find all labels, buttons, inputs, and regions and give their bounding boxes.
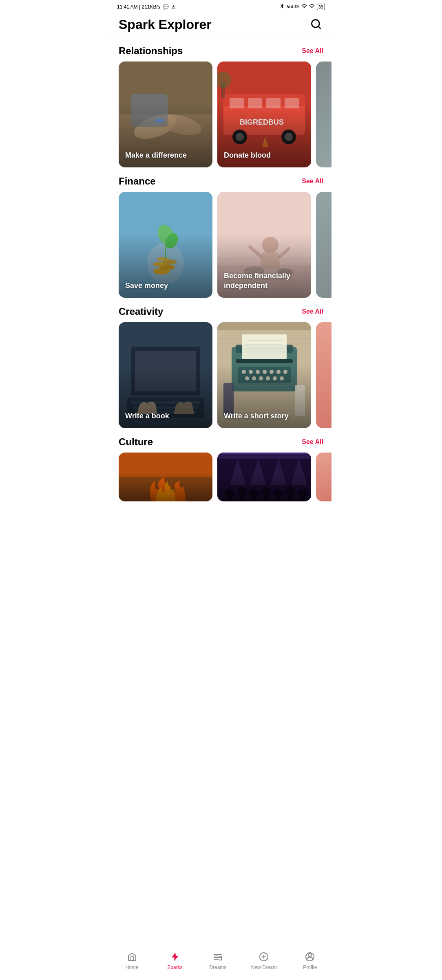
relationships-header: Relationships See All — [110, 45, 332, 57]
header: Spark Explorer — [110, 12, 332, 37]
finance-title: Finance — [119, 176, 156, 187]
finance-partial-card[interactable] — [316, 192, 332, 298]
creativity-section: Creativity See All — [110, 306, 332, 428]
finance-cards-row: Save money — [110, 192, 332, 298]
card-bg — [316, 453, 332, 501]
make-a-difference-label: Make a difference — [125, 151, 206, 160]
card-bg — [316, 62, 332, 167]
creativity-header: Creativity See All — [110, 306, 332, 317]
svg-line-1 — [318, 26, 320, 28]
card-overlay — [217, 453, 311, 501]
culture-header: Culture See All — [110, 436, 332, 448]
finance-header: Finance See All — [110, 176, 332, 187]
save-money-label: Save money — [125, 281, 206, 290]
card-overlay — [119, 453, 212, 501]
search-button[interactable] — [309, 17, 323, 33]
signal-icon — [301, 3, 307, 10]
app-title: Spark Explorer — [119, 17, 212, 32]
status-left: 11:41 AM | 211KB/s 💬 ⚠ — [117, 4, 176, 10]
creativity-title: Creativity — [119, 306, 163, 317]
creativity-see-all[interactable]: See All — [302, 308, 323, 315]
relationships-cards-row: Make a difference — [110, 62, 332, 167]
financially-independent-card[interactable]: Become financially independent — [217, 192, 311, 298]
card-bg — [316, 322, 332, 428]
bluetooth-icon — [279, 3, 285, 10]
lte-icon: VoLTE — [287, 4, 299, 9]
alert-icon: ⚠ — [171, 4, 176, 10]
status-bar: 11:41 AM | 211KB/s 💬 ⚠ VoLTE 39 — [110, 0, 332, 12]
relationships-title: Relationships — [119, 45, 183, 57]
save-money-card[interactable]: Save money — [119, 192, 212, 298]
write-a-short-story-card[interactable]: Write a short story — [217, 322, 311, 428]
write-a-short-story-label: Write a short story — [224, 411, 305, 421]
culture-see-all[interactable]: See All — [302, 438, 323, 446]
culture-partial-card[interactable] — [316, 453, 332, 501]
wifi-icon — [309, 3, 315, 10]
card-bg — [316, 192, 332, 298]
write-a-book-label: Write a book — [125, 411, 206, 421]
culture-card-2[interactable] — [217, 453, 311, 501]
creativity-partial-card[interactable] — [316, 322, 332, 428]
write-a-book-card[interactable]: Write a book — [119, 322, 212, 428]
finance-section: Finance See All — [110, 176, 332, 298]
culture-card-1[interactable] — [119, 453, 212, 501]
creativity-cards-row: Write a book — [110, 322, 332, 428]
relationships-partial-card[interactable] — [316, 62, 332, 167]
battery-indicator: 39 — [317, 4, 325, 10]
culture-cards-row — [110, 453, 332, 501]
relationships-see-all[interactable]: See All — [302, 47, 323, 55]
time-display: 11:41 AM | 211KB/s — [117, 4, 160, 10]
finance-see-all[interactable]: See All — [302, 178, 323, 185]
culture-title: Culture — [119, 436, 153, 448]
relationships-section: Relationships See All — [110, 45, 332, 167]
status-right: VoLTE 39 — [279, 3, 325, 10]
culture-section: Culture See All — [110, 436, 332, 501]
donate-blood-label: Donate blood — [224, 151, 305, 160]
financially-independent-label: Become financially independent — [224, 271, 305, 290]
donate-blood-card[interactable]: BIGREDBUS Donate blood — [217, 62, 311, 167]
whatsapp-icon: 💬 — [163, 4, 169, 10]
make-a-difference-card[interactable]: Make a difference — [119, 62, 212, 167]
main-content: Relationships See All — [110, 37, 332, 534]
